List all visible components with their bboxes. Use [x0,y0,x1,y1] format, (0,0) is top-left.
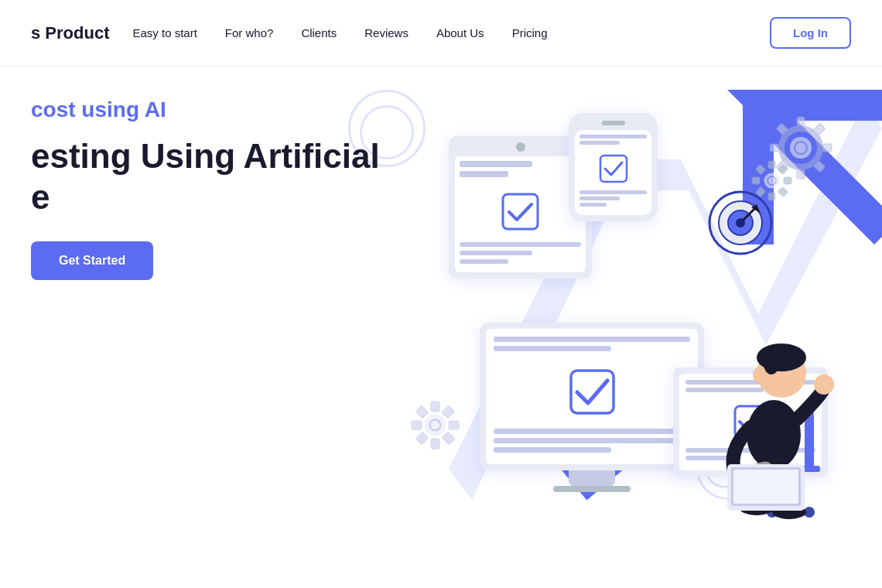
nav-link-for-who[interactable]: For who? [225,26,274,39]
svg-rect-66 [733,470,798,504]
svg-rect-40 [412,421,422,429]
nav-link-about-us[interactable]: About Us [436,26,484,39]
nav-logo[interactable]: s Product [31,23,109,43]
svg-point-32 [764,173,780,189]
svg-rect-34 [431,402,439,412]
svg-rect-25 [778,164,788,174]
svg-point-42 [425,415,446,436]
checkbox-desktop-icon [567,367,617,417]
checkbox-phone-icon [598,153,629,184]
svg-rect-39 [415,432,429,445]
target-icon [708,190,774,259]
svg-rect-14 [797,117,805,126]
svg-rect-52 [805,412,814,470]
svg-point-53 [747,400,801,470]
hero-subtitle: cost using AI [31,97,380,122]
svg-rect-27 [778,186,788,197]
hero-text-block: cost using AI esting Using Artificial e … [31,97,380,280]
svg-rect-20 [770,144,779,152]
svg-rect-41 [415,405,429,419]
hero-section: cost using AI esting Using Artificial e … [0,67,882,577]
svg-point-57 [753,368,764,383]
svg-rect-24 [768,161,775,169]
svg-rect-16 [822,144,832,152]
svg-rect-31 [755,164,765,174]
hero-cta-button[interactable]: Get Started [31,241,153,280]
nav-link-clients[interactable]: Clients [301,26,337,39]
svg-rect-26 [784,177,791,184]
nav-link-easy-to-start[interactable]: Easy to start [132,26,197,39]
nav-links: Easy to start For who? Clients Reviews A… [132,26,770,39]
svg-point-62 [814,374,834,395]
nav-link-pricing[interactable]: Pricing [512,26,548,39]
svg-rect-35 [442,405,455,419]
nav-link-reviews[interactable]: Reviews [364,26,409,39]
svg-rect-36 [449,421,459,429]
gear-bottom-icon [410,400,460,453]
phone-device [569,113,658,221]
login-button[interactable]: Log In [770,17,851,49]
navbar: s Product Easy to start For who? Clients… [0,0,882,67]
hero-illustration [340,67,882,577]
svg-point-22 [790,137,812,159]
svg-rect-37 [442,432,455,445]
svg-point-56 [764,353,779,374]
person-illustration [689,265,843,531]
desktop-device [480,323,704,492]
svg-rect-30 [752,177,760,184]
checkbox-tablet-icon [499,190,542,233]
svg-rect-18 [797,169,805,179]
hero-title: esting Using Artificial e [31,136,380,218]
svg-rect-38 [431,439,439,449]
